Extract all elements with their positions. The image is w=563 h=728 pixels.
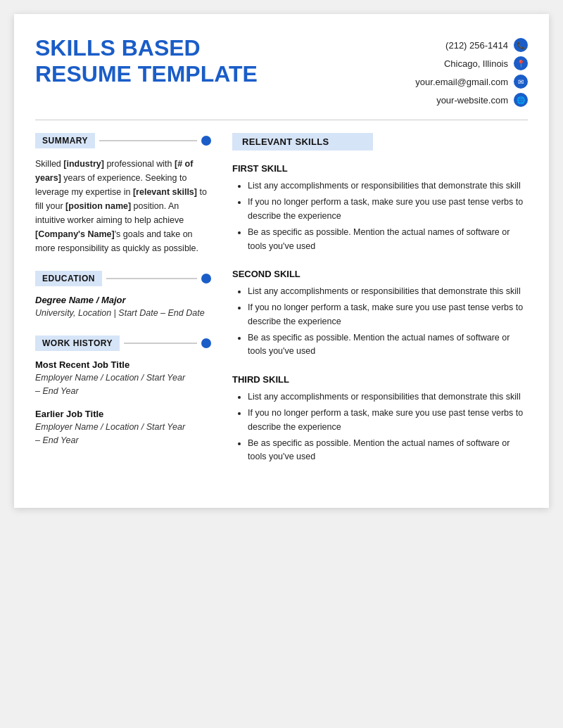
- job-1: Most Recent Job Title Employer Name / Lo…: [35, 359, 211, 398]
- work-history-section: WORK HISTORY Most Recent Job Title Emplo…: [35, 336, 211, 447]
- summary-line: [99, 140, 197, 141]
- phone-row: (212) 256-1414 📞: [445, 38, 528, 52]
- skills-container: FIRST SKILLList any accomplishments or r…: [232, 163, 528, 464]
- education-section: EDUCATION Degree Name / Major University…: [35, 271, 211, 320]
- skill-3-bullet-2: If you no longer perform a task, make su…: [248, 407, 528, 434]
- work-dot: [201, 338, 211, 348]
- work-history-label: WORK HISTORY: [35, 336, 120, 351]
- education-label: EDUCATION: [35, 271, 102, 286]
- degree-name: Degree Name / Major: [35, 295, 211, 305]
- resume-title: SKILLS BASED RESUME TEMPLATE: [35, 35, 415, 87]
- skill-1-list: List any accomplishments or responsibili…: [232, 179, 528, 253]
- summary-industry: [industry]: [63, 159, 104, 169]
- phone-icon: 📞: [514, 38, 528, 52]
- skill-block-1: FIRST SKILLList any accomplishments or r…: [232, 163, 528, 253]
- globe-icon: 🌐: [514, 93, 528, 107]
- left-column: SUMMARY Skilled [industry] professional …: [35, 133, 218, 480]
- skill-2-list: List any accomplishments or responsibili…: [232, 285, 528, 359]
- header-divider: [35, 120, 528, 120]
- skill-block-3: THIRD SKILLList any accomplishments or r…: [232, 374, 528, 464]
- skill-2-bullet-1: List any accomplishments or responsibili…: [248, 285, 528, 298]
- location-text: Chicago, Illinois: [444, 58, 508, 69]
- skill-3-list: List any accomplishments or responsibili…: [232, 390, 528, 464]
- job-1-detail: Employer Name / Location / Start Year– E…: [35, 371, 211, 398]
- email-row: your.email@gmail.com ✉: [415, 75, 528, 89]
- skill-2-bullet-2: If you no longer perform a task, make su…: [248, 301, 528, 328]
- relevant-skills-header: RELEVANT SKILLS: [232, 133, 373, 151]
- education-detail: University, Location | Start Date – End …: [35, 307, 211, 320]
- location-row: Chicago, Illinois 📍: [444, 56, 528, 70]
- phone-number: (212) 256-1414: [445, 40, 508, 51]
- contact-info: (212) 256-1414 📞 Chicago, Illinois 📍 you…: [415, 38, 528, 107]
- location-icon: 📍: [514, 56, 528, 70]
- job-1-title: Most Recent Job Title: [35, 359, 211, 370]
- skill-block-2: SECOND SKILLList any accomplishments or …: [232, 269, 528, 359]
- skill-1-bullet-3: Be as specific as possible. Mention the …: [248, 226, 528, 253]
- summary-company: [Company's Name]: [35, 229, 115, 239]
- education-section-header: EDUCATION: [35, 271, 211, 286]
- job-2: Earlier Job Title Employer Name / Locati…: [35, 409, 211, 447]
- resume-page: SKILLS BASED RESUME TEMPLATE (212) 256-1…: [14, 14, 549, 508]
- summary-position: [position name]: [65, 201, 131, 211]
- summary-dot: [201, 136, 211, 146]
- skill-1-bullet-1: List any accomplishments or responsibili…: [248, 179, 528, 193]
- skill-1-bullet-2: If you no longer perform a task, make su…: [248, 196, 528, 223]
- skill-1-name: FIRST SKILL: [232, 163, 528, 174]
- skill-2-bullet-3: Be as specific as possible. Mention the …: [248, 331, 528, 359]
- email-text: your.email@gmail.com: [415, 77, 508, 87]
- skill-3-bullet-1: List any accomplishments or responsibili…: [248, 390, 528, 404]
- body-layout: SUMMARY Skilled [industry] professional …: [35, 133, 528, 480]
- job-2-title: Earlier Job Title: [35, 409, 211, 419]
- header: SKILLS BASED RESUME TEMPLATE (212) 256-1…: [35, 35, 528, 107]
- summary-label: SUMMARY: [35, 133, 95, 148]
- website-text: your-website.com: [436, 95, 508, 106]
- work-line: [124, 343, 197, 344]
- education-line: [106, 278, 197, 279]
- job-2-detail: Employer Name / Location / Start Year– E…: [35, 421, 211, 447]
- summary-years: [# of years]: [35, 159, 193, 183]
- summary-section-header: SUMMARY: [35, 133, 211, 148]
- summary-text: Skilled [industry] professional with [# …: [35, 157, 211, 255]
- work-section-header: WORK HISTORY: [35, 336, 211, 351]
- skill-3-bullet-3: Be as specific as possible. Mention the …: [248, 437, 528, 464]
- skill-2-name: SECOND SKILL: [232, 269, 528, 279]
- website-row: your-website.com 🌐: [436, 93, 528, 107]
- education-dot: [201, 274, 211, 283]
- right-column: RELEVANT SKILLS FIRST SKILLList any acco…: [218, 133, 528, 480]
- email-icon: ✉: [514, 75, 528, 89]
- skill-3-name: THIRD SKILL: [232, 374, 528, 385]
- summary-skills: [relevant skills]: [133, 187, 197, 197]
- title-line1: SKILLS BASED RESUME TEMPLATE: [35, 35, 415, 87]
